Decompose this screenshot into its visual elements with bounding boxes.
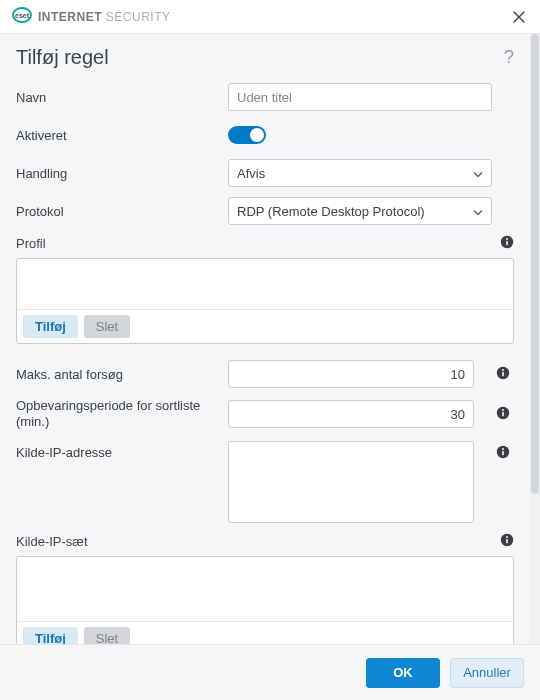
dialog-footer: OK Annuller bbox=[0, 644, 540, 700]
dialog-body: Tilføj regel ? Navn Aktiveret Handling A… bbox=[0, 34, 540, 644]
svg-rect-3 bbox=[506, 241, 508, 245]
svg-rect-6 bbox=[502, 372, 504, 376]
source-ip-set-listbox[interactable]: Tilføj Slet bbox=[16, 556, 514, 645]
svg-rect-15 bbox=[506, 539, 508, 543]
help-icon[interactable]: ? bbox=[504, 47, 514, 68]
label-enabled: Aktiveret bbox=[16, 128, 228, 143]
info-icon[interactable] bbox=[496, 406, 510, 423]
svg-point-10 bbox=[502, 409, 504, 411]
label-name: Navn bbox=[16, 90, 228, 105]
ipset-add-button[interactable]: Tilføj bbox=[23, 627, 78, 645]
label-max-attempts: Maks. antal forsøg bbox=[16, 367, 228, 382]
label-profile: Profil bbox=[16, 236, 500, 251]
max-attempts-input[interactable] bbox=[228, 360, 474, 388]
cancel-button[interactable]: Annuller bbox=[450, 658, 524, 688]
name-input[interactable] bbox=[228, 83, 492, 111]
svg-point-16 bbox=[506, 536, 508, 538]
info-icon[interactable] bbox=[500, 235, 514, 252]
info-icon[interactable] bbox=[500, 533, 514, 550]
svg-point-4 bbox=[506, 238, 508, 240]
label-blacklist-retention: Opbevaringsperiode for sortliste (min.) bbox=[16, 398, 228, 431]
chevron-down-icon bbox=[473, 204, 483, 219]
label-source-ip-set: Kilde-IP-sæt bbox=[16, 534, 500, 549]
label-protocol: Protokol bbox=[16, 204, 228, 219]
svg-text:eset: eset bbox=[15, 12, 30, 19]
protocol-select[interactable]: RDP (Remote Desktop Protocol) bbox=[228, 197, 492, 225]
brand: eset INTERNET SECURITY bbox=[12, 5, 171, 28]
close-button[interactable] bbox=[510, 8, 528, 26]
titlebar: eset INTERNET SECURITY bbox=[0, 0, 540, 34]
ipset-delete-button[interactable]: Slet bbox=[84, 627, 130, 645]
eset-logo-icon: eset bbox=[12, 5, 32, 28]
source-ip-textarea[interactable] bbox=[228, 441, 474, 523]
label-source-ip: Kilde-IP-adresse bbox=[16, 441, 228, 460]
svg-point-7 bbox=[502, 369, 504, 371]
info-icon[interactable] bbox=[496, 366, 510, 383]
blacklist-retention-input[interactable] bbox=[228, 400, 474, 428]
svg-rect-12 bbox=[502, 451, 504, 455]
enabled-toggle[interactable] bbox=[228, 126, 266, 144]
scrollbar[interactable] bbox=[530, 34, 540, 644]
ok-button[interactable]: OK bbox=[366, 658, 440, 688]
profile-listbox[interactable]: Tilføj Slet bbox=[16, 258, 514, 344]
info-icon[interactable] bbox=[496, 445, 510, 462]
label-action: Handling bbox=[16, 166, 228, 181]
chevron-down-icon bbox=[473, 166, 483, 181]
protocol-select-value: RDP (Remote Desktop Protocol) bbox=[237, 204, 425, 219]
svg-point-13 bbox=[502, 448, 504, 450]
profile-delete-button[interactable]: Slet bbox=[84, 315, 130, 338]
profile-add-button[interactable]: Tilføj bbox=[23, 315, 78, 338]
action-select[interactable]: Afvis bbox=[228, 159, 492, 187]
scrollbar-thumb[interactable] bbox=[531, 34, 539, 494]
brand-text: INTERNET SECURITY bbox=[38, 10, 171, 24]
svg-rect-9 bbox=[502, 412, 504, 416]
action-select-value: Afvis bbox=[237, 166, 265, 181]
page-title: Tilføj regel bbox=[16, 46, 109, 69]
